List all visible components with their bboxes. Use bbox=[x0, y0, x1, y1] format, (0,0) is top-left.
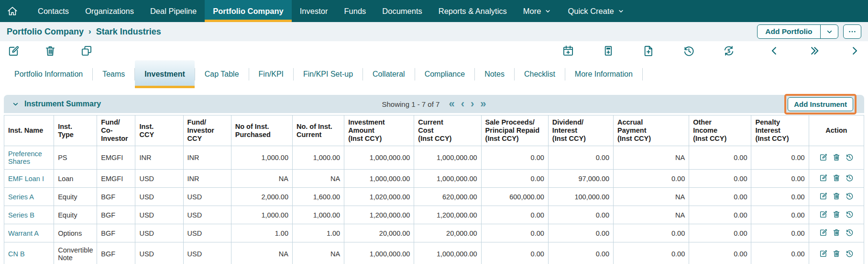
cell-inst-name[interactable]: Series B bbox=[4, 206, 54, 224]
cell-current: 1,200,000.00 bbox=[414, 206, 481, 224]
section-left: Instrument Summary bbox=[11, 100, 101, 108]
column-header-inst-name: Inst. Name bbox=[4, 115, 54, 146]
currency-sync-icon[interactable]: $ bbox=[723, 45, 735, 57]
tab-teams[interactable]: Teams bbox=[93, 60, 134, 88]
cell-current: 20,000.00 bbox=[414, 224, 481, 242]
delete-icon[interactable] bbox=[832, 192, 841, 200]
nav-item-more[interactable]: More bbox=[515, 0, 560, 22]
column-header-other-income-inst-ccy: Other Income (Inst CCY) bbox=[689, 115, 751, 146]
column-header-accrual-payment-inst-ccy: Accrual Payment (Inst CCY) bbox=[614, 115, 689, 146]
add-portfolio-button[interactable]: Add Portfolio bbox=[758, 25, 820, 38]
tab-fin-kpi[interactable]: Fin/KPI bbox=[249, 60, 293, 88]
cell-inst: USD bbox=[135, 170, 183, 188]
tab-collateral[interactable]: Collateral bbox=[363, 60, 415, 88]
cell-action bbox=[809, 242, 864, 264]
history-icon[interactable] bbox=[845, 210, 854, 218]
add-instrument-button[interactable]: Add Instrument bbox=[788, 97, 853, 111]
nav-item-funds[interactable]: Funds bbox=[336, 0, 374, 22]
chevron-right-icon[interactable] bbox=[849, 45, 860, 57]
nav-item-documents[interactable]: Documents bbox=[374, 0, 430, 22]
history-icon[interactable] bbox=[845, 192, 854, 200]
cell-investment: 1,000,000.00 bbox=[344, 170, 414, 188]
home-button[interactable] bbox=[0, 0, 25, 22]
edit-icon[interactable] bbox=[819, 192, 828, 200]
add-instrument-highlight: Add Instrument bbox=[784, 94, 857, 115]
nav-item-label: Investor bbox=[300, 7, 328, 16]
nav-item-portfolio-company[interactable]: Portfolio Company bbox=[205, 0, 292, 22]
history-icon[interactable] bbox=[845, 153, 854, 161]
chevron-down-icon bbox=[825, 28, 834, 36]
cell-no-of-inst: 1,000.00 bbox=[231, 146, 292, 170]
cell-inst-name[interactable]: Series A bbox=[4, 188, 54, 206]
cell-no-of-inst: NA bbox=[231, 170, 292, 188]
edit-icon[interactable] bbox=[8, 45, 20, 57]
main-nav-list: ContactsOrganizationsDeal PipelinePortfo… bbox=[30, 0, 633, 22]
cell-fund: INR bbox=[183, 146, 231, 170]
cell-fund: USD bbox=[183, 206, 231, 224]
edit-icon[interactable] bbox=[819, 249, 828, 258]
cell-investment: 1,200,000.00 bbox=[344, 206, 414, 224]
tab-more-information[interactable]: More Information bbox=[565, 60, 642, 88]
edit-icon[interactable] bbox=[819, 228, 828, 237]
nav-item-label: Organizations bbox=[85, 7, 134, 16]
breadcrumb-parent[interactable]: Portfolio Company bbox=[7, 27, 84, 37]
cell-dividend: 0.00 bbox=[548, 224, 613, 242]
delete-icon[interactable] bbox=[832, 228, 841, 237]
calendar-add-icon[interactable] bbox=[562, 45, 574, 57]
tab-notes[interactable]: Notes bbox=[475, 60, 514, 88]
delete-icon[interactable] bbox=[44, 45, 56, 57]
template-add-icon[interactable] bbox=[602, 45, 615, 57]
nav-item-deal-pipeline[interactable]: Deal Pipeline bbox=[142, 0, 205, 22]
row-action-icons bbox=[819, 210, 854, 218]
history-icon[interactable] bbox=[845, 228, 854, 237]
cell-current: 1,000,000.00 bbox=[414, 170, 481, 188]
edit-icon[interactable] bbox=[819, 210, 828, 218]
nav-item-reports-analytics[interactable]: Reports & Analytics bbox=[430, 0, 515, 22]
tab-portfolio-information[interactable]: Portfolio Information bbox=[5, 60, 92, 88]
cell-inst-name[interactable]: CN B bbox=[4, 242, 54, 264]
prev-page-icon[interactable]: ‹ bbox=[461, 99, 464, 109]
tab-label: Fin/KPI Set-up bbox=[303, 70, 353, 79]
last-page-icon[interactable]: » bbox=[480, 99, 486, 109]
tab-cap-table[interactable]: Cap Table bbox=[195, 60, 249, 88]
cell-inst-name[interactable]: EMF Loan I bbox=[4, 170, 54, 188]
add-portfolio-dropdown[interactable] bbox=[821, 25, 838, 38]
table-body: Preference SharesPSEMGFIINRINR1,000.001,… bbox=[4, 146, 864, 264]
cell-action bbox=[809, 188, 864, 206]
delete-icon[interactable] bbox=[832, 210, 841, 218]
more-actions-button[interactable] bbox=[843, 24, 861, 39]
nav-item-contacts[interactable]: Contacts bbox=[30, 0, 77, 22]
tab-fin-kpi-set-up[interactable]: Fin/KPI Set-up bbox=[294, 60, 363, 88]
tab-investment[interactable]: Investment bbox=[135, 60, 194, 88]
tab-compliance[interactable]: Compliance bbox=[415, 60, 474, 88]
double-chevron-right-icon[interactable] bbox=[809, 45, 820, 57]
history-icon[interactable] bbox=[682, 45, 695, 57]
cell-inst-name[interactable]: Preference Shares bbox=[4, 146, 54, 170]
pagination: Showing 1 - 7 of 7 «‹›» bbox=[382, 99, 486, 109]
nav-item-investor[interactable]: Investor bbox=[292, 0, 336, 22]
nav-item-quick-create[interactable]: Quick Create bbox=[560, 0, 632, 22]
delete-icon[interactable] bbox=[832, 153, 841, 161]
edit-icon[interactable] bbox=[819, 153, 828, 161]
cell-inst-name[interactable]: Warrant A bbox=[4, 224, 54, 242]
duplicate-icon[interactable] bbox=[80, 45, 93, 57]
nav-item-organizations[interactable]: Organizations bbox=[77, 0, 142, 22]
history-icon[interactable] bbox=[845, 249, 854, 258]
cell-investment: 1,000,000.00 bbox=[344, 242, 414, 264]
tab-label: Notes bbox=[484, 70, 505, 79]
cell-penalty: 0.00 bbox=[751, 242, 809, 264]
header-actions: Add Portfolio bbox=[757, 24, 861, 39]
first-page-icon[interactable]: « bbox=[449, 99, 454, 109]
cell-accrual: NA bbox=[614, 146, 689, 170]
history-icon[interactable] bbox=[845, 173, 854, 182]
next-page-icon[interactable]: › bbox=[471, 99, 474, 109]
column-header-sale-proceeds-principal-repaid-inst-ccy: Sale Proceeds/ Principal Repaid (Inst CC… bbox=[481, 115, 548, 146]
edit-icon[interactable] bbox=[819, 173, 828, 182]
chevron-left-icon[interactable] bbox=[769, 45, 780, 57]
tab-checklist[interactable]: Checklist bbox=[515, 60, 565, 88]
column-header-current-cost-inst-ccy: Current Cost (Inst CCY) bbox=[414, 115, 481, 146]
delete-icon[interactable] bbox=[832, 249, 841, 258]
delete-icon[interactable] bbox=[832, 173, 841, 182]
collapse-section-button[interactable] bbox=[11, 100, 20, 108]
file-add-icon[interactable] bbox=[642, 45, 655, 57]
